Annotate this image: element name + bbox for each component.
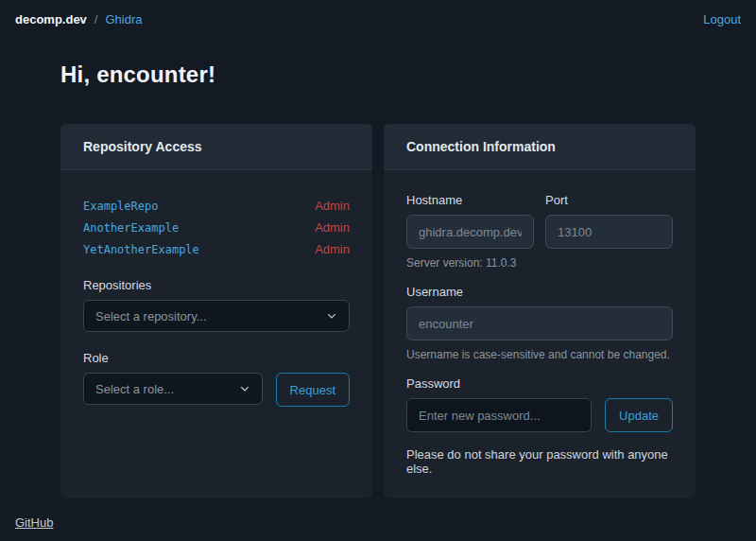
logout-link[interactable]: Logout: [703, 12, 741, 26]
cards-container: Repository Access ExampleRepo Admin Anot…: [60, 124, 696, 498]
port-group: Port: [545, 193, 673, 249]
repository-select-value: Select a repository...: [95, 309, 207, 323]
repositories-label: Repositories: [83, 278, 350, 292]
repository-link[interactable]: AnotherExample: [83, 220, 179, 236]
brand-link[interactable]: decomp.dev: [15, 12, 87, 26]
breadcrumb: decomp.dev / Ghidra: [15, 12, 143, 26]
host-port-row: Hostname Port: [406, 193, 673, 249]
hostname-label: Hostname: [406, 193, 534, 207]
breadcrumb-separator: /: [94, 12, 98, 26]
role-label: Role: [83, 351, 350, 365]
table-row: AnotherExample Admin: [83, 220, 350, 236]
password-row: Update: [406, 398, 673, 432]
port-field: [545, 215, 673, 249]
connection-information-body: Hostname Port Server version: 11.0.3 Use…: [384, 170, 696, 498]
repository-link[interactable]: YetAnotherExample: [83, 242, 199, 257]
role-row: Select a role... Request: [83, 373, 350, 407]
chevron-down-icon: [326, 310, 337, 322]
connection-information-title: Connection Information: [406, 139, 556, 154]
repository-role-badge: Admin: [315, 242, 350, 257]
table-row: ExampleRepo Admin: [83, 199, 350, 214]
repository-access-title: Repository Access: [83, 139, 202, 154]
repository-access-body: ExampleRepo Admin AnotherExample Admin Y…: [60, 170, 372, 498]
password-note: Please do not share your password with a…: [406, 447, 673, 476]
username-hint: Username is case-sensitive and cannot be…: [406, 348, 673, 361]
role-select[interactable]: Select a role...: [83, 373, 263, 405]
breadcrumb-project-link[interactable]: Ghidra: [105, 12, 142, 26]
table-row: YetAnotherExample Admin: [83, 242, 350, 257]
repository-access-header: Repository Access: [60, 124, 372, 170]
request-button[interactable]: Request: [276, 373, 350, 407]
password-label: Password: [406, 376, 673, 391]
username-label: Username: [406, 285, 673, 299]
port-label: Port: [545, 193, 673, 207]
top-bar: decomp.dev / Ghidra Logout: [0, 0, 756, 26]
connection-information-header: Connection Information: [384, 124, 696, 170]
connection-information-card: Connection Information Hostname Port Ser…: [384, 124, 696, 498]
repository-role-badge: Admin: [315, 199, 350, 214]
update-button[interactable]: Update: [605, 398, 673, 432]
page-footer: GitHub: [15, 515, 53, 530]
password-field[interactable]: [406, 398, 592, 432]
page-title: Hi, encounter!: [60, 61, 696, 88]
username-field: [406, 306, 673, 340]
chevron-down-icon: [239, 383, 250, 394]
repository-select[interactable]: Select a repository...: [83, 300, 350, 332]
repository-link[interactable]: ExampleRepo: [83, 199, 158, 214]
repository-access-card: Repository Access ExampleRepo Admin Anot…: [60, 124, 372, 498]
repository-list: ExampleRepo Admin AnotherExample Admin Y…: [83, 199, 350, 257]
server-version-text: Server version: 11.0.3: [406, 256, 673, 270]
role-select-value: Select a role...: [95, 382, 174, 396]
hostname-field: [406, 215, 534, 249]
github-link[interactable]: GitHub: [15, 515, 53, 530]
repository-role-badge: Admin: [315, 220, 350, 236]
hostname-group: Hostname: [406, 193, 534, 249]
